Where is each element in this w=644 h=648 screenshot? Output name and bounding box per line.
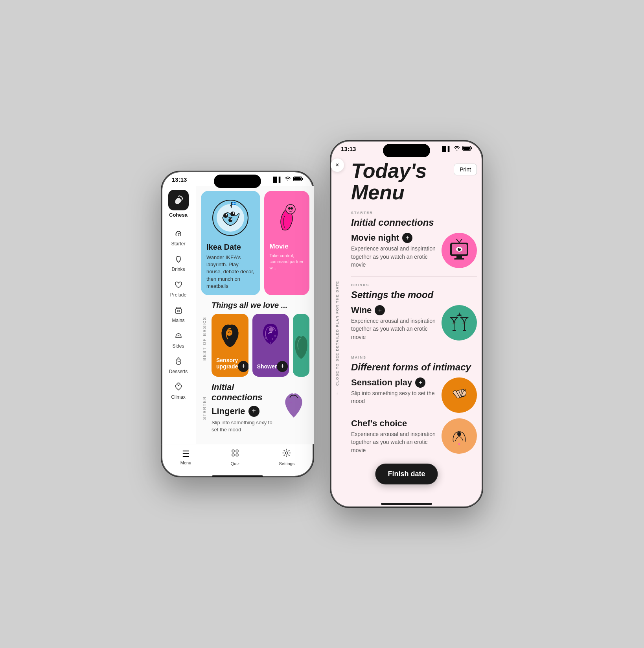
shower-card[interactable]: Shower + (252, 314, 289, 377)
starter-heading: Initial connections (212, 382, 275, 403)
svg-point-19 (288, 207, 291, 210)
movie-night-plus[interactable]: + (402, 233, 412, 243)
movie-card[interactable]: Movie Take control, command partner w... (264, 191, 310, 295)
svg-rect-37 (454, 258, 464, 260)
wine-illustration (442, 305, 477, 341)
sidebar-item-mains[interactable]: Mains (161, 301, 196, 326)
sides-label: Sides (172, 343, 184, 349)
teal-card[interactable] (293, 314, 309, 377)
dynamic-island-right (383, 144, 430, 157)
sidebar-item-prelude[interactable]: Prelude (161, 275, 196, 301)
wine-title: Wine (351, 305, 372, 315)
svg-rect-16 (232, 203, 236, 204)
movie-title: Movie (270, 243, 304, 250)
chefs-choice-title-row: Chef's choice (351, 418, 438, 429)
svg-rect-2 (294, 177, 301, 180)
svg-rect-3 (175, 309, 182, 313)
sidebar-item-sides[interactable]: Sides (161, 326, 196, 352)
lingerie-desc: Slip into something sexy to set the mood (212, 419, 275, 433)
bottom-nav-settings[interactable]: Settings (279, 448, 294, 466)
chefs-choice-illustration (442, 418, 477, 454)
wine-title-row: Wine + (351, 305, 438, 315)
svg-point-26 (232, 450, 234, 452)
mains-label: Mains (172, 318, 184, 323)
menu-item-wine: Wine + Experience arousal and inspiratio… (351, 305, 477, 341)
sensory-upgrade-card[interactable]: Sensory upgrade + (212, 314, 248, 377)
phone-left: 13:13 ▐▌▌ (161, 171, 314, 477)
sidebar-item-starter[interactable]: Starter (161, 224, 196, 250)
arrow-indicator: → (335, 391, 340, 396)
svg-point-11 (233, 212, 234, 214)
bottom-nav-menu[interactable]: ☰ Menu (180, 449, 191, 465)
finish-date-button[interactable]: Finish date (375, 464, 438, 484)
drinks-divider-label: DRINKS (351, 283, 477, 287)
wine-plus[interactable]: + (375, 305, 385, 315)
ikea-illustration (206, 196, 255, 239)
svg-point-9 (226, 214, 227, 215)
bottom-nav-quiz[interactable]: Quiz (230, 448, 240, 466)
menu-nav-label: Menu (180, 460, 191, 465)
drinks-icon (172, 253, 185, 265)
movie-desc: Take control, command partner w... (270, 253, 304, 271)
svg-rect-33 (463, 147, 470, 150)
menu-section-starter: STARTER Initial connections Movie night … (351, 211, 477, 269)
signal-icon-right: ▐▌▌ (440, 146, 451, 152)
sides-icon (172, 330, 185, 342)
starter-section: STARTER Initial connections Lingerie + S… (201, 382, 309, 433)
logo-circle[interactable] (168, 190, 189, 210)
svg-point-45 (457, 432, 461, 436)
climax-icon (172, 381, 185, 393)
svg-point-21 (226, 330, 232, 336)
movie-night-title: Movie night (351, 233, 399, 243)
phone-right: 13:13 ▐▌▌ Print × (330, 140, 483, 508)
sidebar: Cohesa Starter (161, 186, 196, 444)
lingerie-add-btn[interactable]: + (248, 406, 259, 417)
prelude-label: Prelude (170, 292, 186, 298)
basics-label-col: BEST OF BASICS (201, 301, 208, 377)
home-indicator-left (212, 475, 263, 477)
ikea-date-card[interactable]: Ikea Date Wander IKEA's labyrinth. Play … (201, 191, 260, 295)
sensory-add-btn[interactable]: + (238, 361, 248, 372)
svg-point-30 (285, 452, 288, 454)
main-scroll[interactable]: Ikea Date Wander IKEA's labyrinth. Play … (196, 186, 314, 444)
status-icons-left: ▐▌▌ (271, 177, 303, 182)
sensation-plus[interactable]: + (415, 377, 425, 388)
logo-text: Cohesa (169, 212, 188, 218)
mains-divider-label: MAINS (351, 355, 477, 359)
chefs-choice-desc: Experience arousal and inspiration toget… (351, 430, 438, 454)
shower-title: Shower (257, 363, 277, 370)
divider-1 (351, 276, 477, 277)
movie-night-title-row: Movie night + (351, 233, 438, 243)
svg-rect-17 (233, 202, 234, 205)
sensation-content: Sensation play + Slip into something sex… (351, 377, 438, 405)
basics-content: Things all we love ... (212, 301, 309, 377)
lingerie-title: Lingerie (212, 406, 245, 416)
basics-cards-row: Sensory upgrade + (212, 314, 309, 377)
svg-rect-1 (302, 178, 303, 180)
svg-point-8 (223, 213, 228, 218)
close-button[interactable]: × (331, 158, 344, 172)
sidebar-item-climax[interactable]: Climax (161, 377, 196, 403)
svg-rect-14 (231, 202, 232, 208)
quiz-nav-label: Quiz (231, 461, 240, 466)
menu-item-movie-night: Movie night + Experience arousal and ins… (351, 233, 477, 269)
sidebar-item-desserts[interactable]: Desserts (161, 352, 196, 377)
desserts-label: Desserts (169, 369, 188, 374)
menu-main[interactable]: Today's Menu STARTER Initial connections… (345, 155, 483, 501)
shower-add-btn[interactable]: + (277, 361, 288, 372)
svg-point-12 (228, 218, 232, 222)
movie-illustration (270, 196, 304, 239)
svg-line-41 (456, 239, 459, 243)
print-button[interactable]: Print (454, 164, 477, 175)
wifi-icon-right (454, 146, 460, 152)
menu-item-sensation: Sensation play + Slip into something sex… (351, 377, 477, 413)
svg-point-24 (270, 342, 271, 344)
sidebar-item-drinks[interactable]: Drinks (161, 250, 196, 275)
svg-point-20 (291, 207, 293, 210)
svg-rect-32 (471, 147, 472, 149)
chefs-choice-title: Chef's choice (351, 418, 407, 429)
featured-cards-row: Ikea Date Wander IKEA's labyrinth. Play … (201, 191, 309, 295)
desserts-icon (172, 355, 185, 368)
svg-point-25 (272, 338, 273, 340)
chefs-choice-content: Chef's choice Experience arousal and ins… (351, 418, 438, 454)
